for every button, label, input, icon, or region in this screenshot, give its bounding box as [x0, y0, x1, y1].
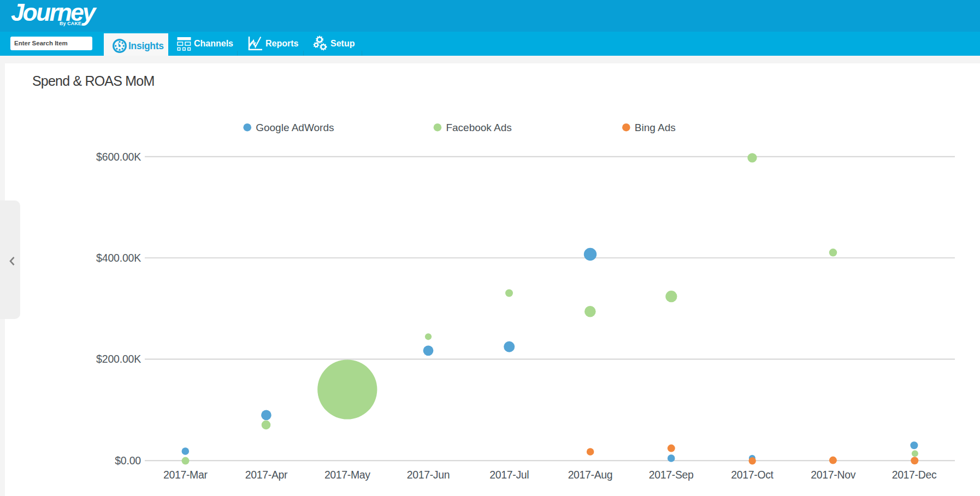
svg-text:2017-Jun: 2017-Jun	[407, 469, 450, 481]
svg-text:$600.00K: $600.00K	[96, 151, 141, 163]
svg-text:2017-Sep: 2017-Sep	[649, 469, 694, 481]
svg-text:2017-Mar: 2017-Mar	[163, 469, 208, 481]
svg-text:2017-Nov: 2017-Nov	[811, 469, 855, 481]
svg-text:2017-Apr: 2017-Apr	[245, 469, 288, 481]
svg-text:2017-Oct: 2017-Oct	[731, 469, 774, 481]
svg-text:Google AdWords: Google AdWords	[256, 122, 334, 133]
svg-text:Facebook Ads: Facebook Ads	[446, 122, 511, 133]
svg-text:$400.00K: $400.00K	[96, 252, 141, 264]
svg-text:2017-Dec: 2017-Dec	[892, 469, 937, 481]
svg-text:2017-May: 2017-May	[324, 469, 370, 481]
svg-text:2017-Jul: 2017-Jul	[489, 469, 529, 481]
svg-text:Bing Ads: Bing Ads	[635, 122, 676, 133]
svg-text:2017-Aug: 2017-Aug	[568, 469, 613, 481]
svg-text:$200.00K: $200.00K	[96, 353, 141, 365]
svg-text:$0.00: $0.00	[115, 454, 141, 467]
